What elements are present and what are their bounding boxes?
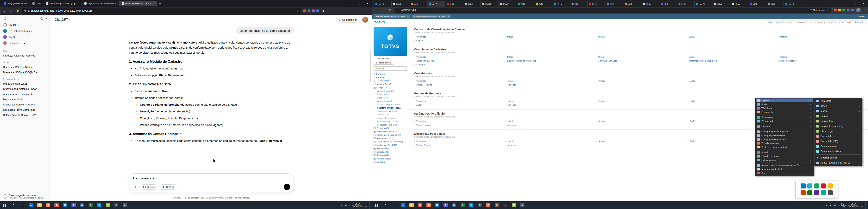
chat-history-item[interactable]: Simulação Prova Cambridge A [2,107,49,112]
routine-link[interactable]: Navegar [505,124,596,126]
context-menu-item[interactable]: Região (transparente) ▸ [815,124,862,129]
forward-button[interactable]: → [381,8,385,12]
send-button[interactable]: ↑ [284,184,290,190]
routine-link[interactable]: Autor [414,104,505,106]
mdi-tab[interactable]: Eventos Tributários (02.9.0904) × [374,14,410,19]
new-tab-button[interactable]: + [157,1,163,6]
tray-overflow-icon[interactable] [821,183,826,188]
close-icon[interactable]: × [448,15,449,18]
routine-link-label[interactable]: Navegar [507,124,516,126]
browser-tab[interactable]: DSER [480,1,498,7]
browser-tab[interactable]: TAF C [694,1,712,7]
extension-icon[interactable] [847,9,849,11]
context-menu-item[interactable]: Pós-captura ▸ [756,115,813,119]
routine-link[interactable]: Validar Registro [414,83,505,86]
routine-link-label[interactable]: Alterar [598,140,605,142]
show-desktop-button[interactable] [866,201,866,209]
routine-link-label[interactable]: Incluir [507,36,513,38]
menu-tree-item[interactable]: Regime de Empresa [374,116,407,120]
context-menu-item[interactable]: Enviar ▸ [756,102,813,106]
browser-tab[interactable]: sugm [677,1,694,7]
menu-tree-item[interactable]: Cadastro de Consolida... [374,106,407,110]
composer-tool-button[interactable]: Buscar [141,184,157,190]
expander-icon[interactable]: + [374,161,375,163]
expander-icon[interactable]: + [374,127,375,129]
routine-link[interactable]: Excluir [687,80,778,82]
minimize-button[interactable]: – [345,0,354,7]
tray-overflow-icon[interactable] [814,190,819,195]
menu-tree-item[interactable]: ◷ Recentes [374,76,407,79]
taskbar-app-button[interactable]: X [458,201,467,209]
routine-link[interactable]: Alterar [596,36,686,38]
tray-icon[interactable]: ◢ [834,204,835,207]
browser-tab[interactable]: Back [409,1,427,7]
browser-tab[interactable]: Sent [748,1,766,7]
context-menu-item[interactable]: Mostrar cursor ▸ [815,155,862,160]
site-info-icon[interactable] [397,9,399,11]
context-menu-item[interactable]: Tela cheia ▸ [815,99,862,104]
browser-tab[interactable]: TOTV [427,1,445,7]
address-bar[interactable]: chatgpt.com/c/67ebfe79-d794-900b-8291-d7… [22,8,301,14]
routine-link-label[interactable]: Incluir [507,100,514,102]
maximize-button[interactable]: □ [354,0,363,7]
browser-tab[interactable]: Plano Referencial TAF Cadastro [119,1,157,6]
taskbar-app-button[interactable]: e [399,201,407,209]
expander-icon[interactable]: + [374,158,375,160]
upgrade-plan-button[interactable]: Fazer upgrade do plano Mais acesso aos m… [0,191,51,201]
context-menu-item[interactable]: Região ▸ [815,114,862,118]
routine-link-label[interactable]: Visualizar [416,120,426,122]
routine-link[interactable]: Alterar [596,140,687,142]
menu-tree-item[interactable]: + Encerramento de Período (4) [374,140,407,144]
routine-link[interactable]: Incluir [505,36,596,38]
context-menu-item[interactable]: Configurações do programa... ▸ [756,130,813,134]
context-menu-item[interactable]: Captura automática... ▸ [815,149,862,154]
context-menu-item[interactable]: Alternar barra de ferramentas de ações ▸ [756,163,813,167]
show-desktop-button[interactable] [370,201,370,209]
routine-link[interactable]: Visualizar [414,80,505,82]
context-menu-item[interactable]: ▸ [757,163,812,163]
taskbar-app-button[interactable]: ◉ [52,201,61,209]
routine-link[interactable]: Ajuste de Rateio [777,60,868,62]
tray-icon[interactable]: ∧ [826,204,827,207]
context-menu-item[interactable]: Captura rolante... ▸ [815,144,862,149]
expander-icon[interactable]: + [374,137,375,139]
taskbar-app-button[interactable]: = [121,201,129,209]
composer-tool-button[interactable]: Refletir [159,184,177,190]
chat-history-item[interactable]: Planta de casa 12x15 [2,81,49,86]
routine-link-label[interactable]: Amarração Automática 1 X 1 [689,60,717,62]
context-menu-item[interactable]: Pasta de capturas de tela... ▸ [756,145,813,149]
taskbar-app-button[interactable]: D [493,201,501,209]
browser-tab[interactable]: DSER [463,1,480,7]
minimize-button[interactable]: – [841,0,850,7]
context-menu-item[interactable]: Atraso na captura de tela: 0s ▸ [815,160,862,165]
context-menu-item[interactable]: Última região ▸ [815,129,862,134]
routine-link-label[interactable]: Navegar [507,144,516,146]
routine-link-label[interactable]: Navegar [416,64,425,66]
menu-tree-item[interactable]: Wizard Config. Tss [374,100,407,103]
taskbar-app-button[interactable]: ▤ [407,201,416,209]
routine-link[interactable]: Imprimir [777,56,868,58]
language-indicator[interactable]: POR PTB2 [841,203,846,207]
routine-link-label[interactable]: Excluir [689,56,695,58]
routine-link[interactable]: Navegar [414,64,505,66]
page-scrollbar[interactable] [370,49,371,82]
switch-module-button[interactable]: ≣ Trocar módulo [374,61,393,65]
routine-link-label[interactable]: Alterar [598,56,604,58]
profile-avatar[interactable]: A [856,8,861,12]
model-switcher[interactable]: ChatGPT ▾ [55,18,70,22]
menu-tree-item[interactable]: + Movimentos Reinf (16) [374,144,407,147]
routine-link[interactable]: Visualizar [414,120,505,122]
task-view-button[interactable] [390,201,399,209]
routine-link-label[interactable]: Incluir [507,120,514,122]
taskbar-app-button[interactable]: W [450,201,458,209]
context-menu-item[interactable]: Histórico... ▸ [756,150,813,154]
routine-link-label[interactable]: Alterar [598,120,605,122]
menu-tree-item[interactable]: + Eventos Esocial (7) [374,137,407,140]
tray-overflow-icon[interactable] [807,190,812,195]
bookmark-star-icon[interactable]: ☆ [297,9,299,12]
menu-tree-item[interactable]: ★ Favoritos [374,72,407,76]
expander-icon[interactable]: + [374,131,375,133]
context-menu-item[interactable]: Abrir janela principal ▸ [756,167,813,171]
routine-link-label[interactable]: Alterar [598,100,605,102]
sidebar-item[interactable]: ChatGPT [2,22,49,28]
